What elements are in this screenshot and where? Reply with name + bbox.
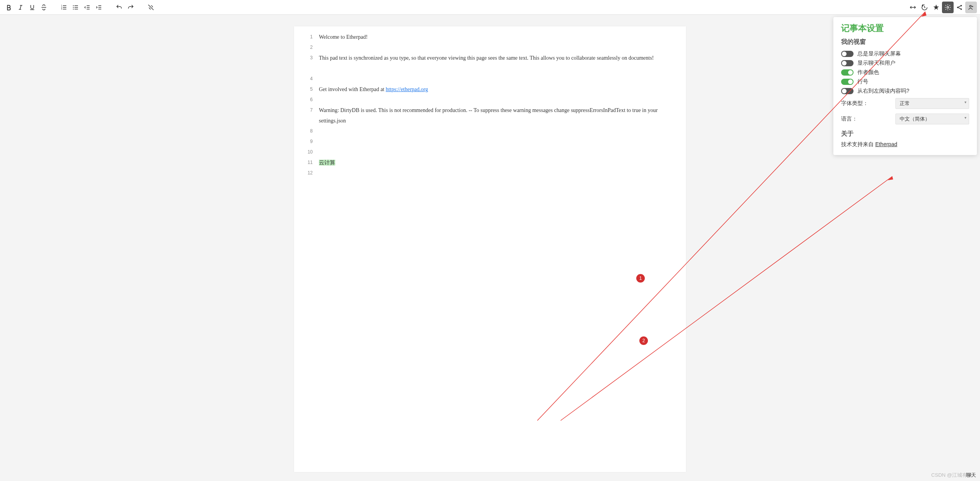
font-type-label: 字体类型： bbox=[841, 100, 868, 107]
editor-pad[interactable]: 1 2 3 4 5 6 7 8 9 10 11 12 Welcome to Et… bbox=[294, 26, 686, 472]
users-button[interactable] bbox=[965, 2, 977, 13]
undo-button[interactable] bbox=[113, 2, 125, 13]
svg-point-5 bbox=[73, 9, 74, 9]
editor-content[interactable]: Welcome to Etherpad! This pad text is sy… bbox=[317, 26, 686, 472]
italic-button[interactable] bbox=[15, 2, 26, 13]
toggle-label: 作者颜色 bbox=[857, 69, 879, 76]
line-number bbox=[294, 116, 313, 126]
line-number: 12 bbox=[294, 168, 313, 178]
text-line: Welcome to Etherpad! bbox=[319, 32, 674, 42]
about-text: 技术支持来自 Etherpad bbox=[841, 141, 969, 148]
line-gutter: 1 2 3 4 5 6 7 8 9 10 11 12 bbox=[294, 26, 317, 472]
line-number bbox=[294, 63, 313, 74]
text-line: Get involved with Etherpad at https://et… bbox=[319, 84, 674, 95]
language-select[interactable]: 中文（简体） bbox=[895, 114, 969, 124]
svg-text:3: 3 bbox=[61, 8, 62, 10]
highlighted-text: 云计算 bbox=[319, 160, 335, 166]
toggle-chat-always[interactable] bbox=[841, 51, 854, 57]
toggle-rtl[interactable] bbox=[841, 88, 854, 94]
annotation-badge-2: 2 bbox=[639, 336, 648, 345]
settings-panel: 记事本设置 我的视窗 总是显示聊天屏幕 显示聊天和用户 作者颜色 行号 从右到左… bbox=[833, 17, 977, 155]
toggle-label: 显示聊天和用户 bbox=[857, 60, 895, 67]
etherpad-link[interactable]: https://etherpad.org bbox=[386, 86, 428, 92]
chat-label[interactable]: 聊天 bbox=[966, 472, 976, 479]
bold-button[interactable] bbox=[3, 2, 15, 13]
toggle-line-numbers[interactable] bbox=[841, 79, 854, 85]
toggle-chat-users[interactable] bbox=[841, 60, 854, 66]
annotation-badge-1: 1 bbox=[636, 274, 645, 283]
svg-point-10 bbox=[970, 5, 971, 7]
line-number: 9 bbox=[294, 136, 313, 147]
line-number: 1 bbox=[294, 32, 313, 42]
line-number: 10 bbox=[294, 147, 313, 157]
font-type-select[interactable]: 正常 bbox=[895, 98, 969, 109]
text-line: Warning: DirtyDB is used. This is not re… bbox=[319, 105, 674, 126]
about-heading: 关于 bbox=[841, 130, 969, 138]
settings-title: 记事本设置 bbox=[841, 22, 969, 34]
indent-button[interactable] bbox=[93, 2, 105, 13]
line-number: 2 bbox=[294, 42, 313, 53]
underline-button[interactable] bbox=[26, 2, 38, 13]
line-number: 7 bbox=[294, 105, 313, 116]
toolbar-left: 123 bbox=[3, 2, 165, 13]
line-number: 3 bbox=[294, 53, 313, 63]
toolbar: 123 bbox=[0, 0, 980, 15]
outdent-button[interactable] bbox=[81, 2, 93, 13]
share-button[interactable] bbox=[954, 2, 965, 13]
toolbar-right bbox=[907, 2, 977, 13]
line-number: 11 bbox=[294, 157, 313, 168]
redo-button[interactable] bbox=[125, 2, 137, 13]
toggle-label: 行号 bbox=[857, 78, 868, 85]
strike-button[interactable] bbox=[38, 2, 50, 13]
line-number: 6 bbox=[294, 95, 313, 105]
text-line: This pad text is synchronized as you typ… bbox=[319, 53, 674, 74]
ordered-list-button[interactable]: 123 bbox=[58, 2, 70, 13]
toggle-label: 总是显示聊天屏幕 bbox=[857, 50, 901, 57]
language-label: 语言： bbox=[841, 116, 857, 122]
line-number: 5 bbox=[294, 84, 313, 95]
import-export-button[interactable] bbox=[907, 2, 919, 13]
settings-section-view: 我的视窗 bbox=[841, 38, 969, 46]
line-number: 4 bbox=[294, 74, 313, 84]
svg-point-3 bbox=[73, 5, 74, 6]
toggle-author-colors[interactable] bbox=[841, 69, 854, 76]
about-etherpad-link[interactable]: Etherpad bbox=[875, 141, 897, 147]
toggle-label: 从右到左阅读内容吗? bbox=[857, 88, 909, 95]
svg-point-4 bbox=[73, 7, 74, 7]
timeslider-button[interactable] bbox=[919, 2, 930, 13]
bullet-list-button[interactable] bbox=[70, 2, 81, 13]
svg-point-6 bbox=[947, 6, 949, 8]
settings-button[interactable] bbox=[942, 2, 954, 13]
star-button[interactable] bbox=[930, 2, 942, 13]
clear-format-button[interactable] bbox=[145, 2, 157, 13]
line-number: 8 bbox=[294, 126, 313, 136]
